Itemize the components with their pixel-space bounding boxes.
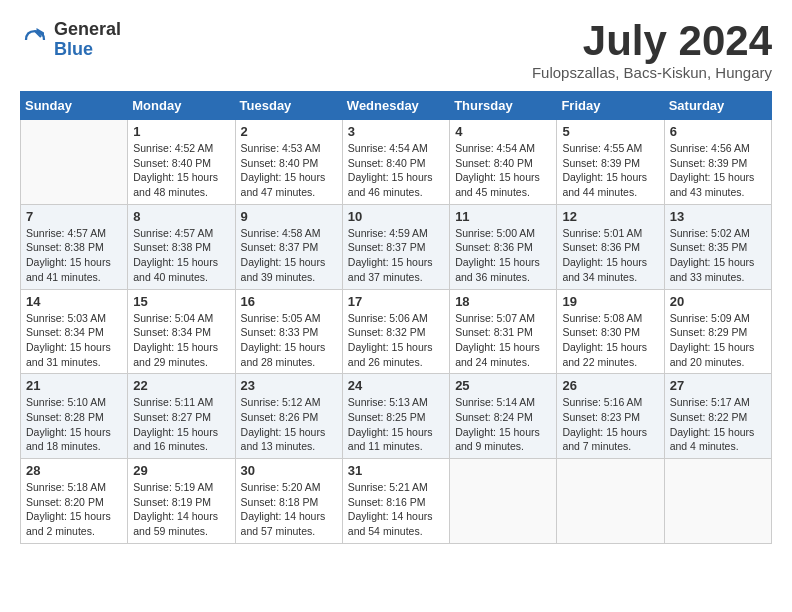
calendar-cell: 18Sunrise: 5:07 AMSunset: 8:31 PMDayligh…: [450, 289, 557, 374]
calendar-cell: 19Sunrise: 5:08 AMSunset: 8:30 PMDayligh…: [557, 289, 664, 374]
svg-rect-0: [20, 25, 50, 55]
day-number: 10: [348, 209, 444, 224]
day-info: Sunrise: 5:02 AMSunset: 8:35 PMDaylight:…: [670, 226, 766, 285]
weekday-header-monday: Monday: [128, 92, 235, 120]
day-info: Sunrise: 5:00 AMSunset: 8:36 PMDaylight:…: [455, 226, 551, 285]
calendar-cell: [21, 120, 128, 205]
calendar-week-row: 14Sunrise: 5:03 AMSunset: 8:34 PMDayligh…: [21, 289, 772, 374]
calendar-cell: 22Sunrise: 5:11 AMSunset: 8:27 PMDayligh…: [128, 374, 235, 459]
day-number: 4: [455, 124, 551, 139]
calendar-cell: 9Sunrise: 4:58 AMSunset: 8:37 PMDaylight…: [235, 204, 342, 289]
day-info: Sunrise: 5:03 AMSunset: 8:34 PMDaylight:…: [26, 311, 122, 370]
header: General Blue July 2024 Fulopszallas, Bac…: [20, 20, 772, 81]
day-number: 31: [348, 463, 444, 478]
calendar-cell: [450, 459, 557, 544]
day-info: Sunrise: 4:59 AMSunset: 8:37 PMDaylight:…: [348, 226, 444, 285]
calendar-cell: 7Sunrise: 4:57 AMSunset: 8:38 PMDaylight…: [21, 204, 128, 289]
calendar-cell: 28Sunrise: 5:18 AMSunset: 8:20 PMDayligh…: [21, 459, 128, 544]
calendar-cell: 16Sunrise: 5:05 AMSunset: 8:33 PMDayligh…: [235, 289, 342, 374]
title-area: July 2024 Fulopszallas, Bacs-Kiskun, Hun…: [532, 20, 772, 81]
day-info: Sunrise: 5:14 AMSunset: 8:24 PMDaylight:…: [455, 395, 551, 454]
weekday-header-wednesday: Wednesday: [342, 92, 449, 120]
day-number: 25: [455, 378, 551, 393]
calendar-cell: 21Sunrise: 5:10 AMSunset: 8:28 PMDayligh…: [21, 374, 128, 459]
location-subtitle: Fulopszallas, Bacs-Kiskun, Hungary: [532, 64, 772, 81]
day-info: Sunrise: 5:04 AMSunset: 8:34 PMDaylight:…: [133, 311, 229, 370]
calendar-cell: 23Sunrise: 5:12 AMSunset: 8:26 PMDayligh…: [235, 374, 342, 459]
day-info: Sunrise: 4:56 AMSunset: 8:39 PMDaylight:…: [670, 141, 766, 200]
weekday-header-sunday: Sunday: [21, 92, 128, 120]
day-info: Sunrise: 4:58 AMSunset: 8:37 PMDaylight:…: [241, 226, 337, 285]
calendar-cell: 26Sunrise: 5:16 AMSunset: 8:23 PMDayligh…: [557, 374, 664, 459]
calendar-cell: 5Sunrise: 4:55 AMSunset: 8:39 PMDaylight…: [557, 120, 664, 205]
day-info: Sunrise: 4:57 AMSunset: 8:38 PMDaylight:…: [133, 226, 229, 285]
day-number: 17: [348, 294, 444, 309]
day-info: Sunrise: 4:55 AMSunset: 8:39 PMDaylight:…: [562, 141, 658, 200]
logo-blue-text: Blue: [54, 40, 121, 60]
calendar-cell: 13Sunrise: 5:02 AMSunset: 8:35 PMDayligh…: [664, 204, 771, 289]
day-number: 22: [133, 378, 229, 393]
weekday-header-friday: Friday: [557, 92, 664, 120]
calendar-cell: 15Sunrise: 5:04 AMSunset: 8:34 PMDayligh…: [128, 289, 235, 374]
day-number: 13: [670, 209, 766, 224]
calendar-table: SundayMondayTuesdayWednesdayThursdayFrid…: [20, 91, 772, 544]
day-number: 27: [670, 378, 766, 393]
day-info: Sunrise: 5:13 AMSunset: 8:25 PMDaylight:…: [348, 395, 444, 454]
day-number: 5: [562, 124, 658, 139]
weekday-header-thursday: Thursday: [450, 92, 557, 120]
day-number: 12: [562, 209, 658, 224]
calendar-cell: 8Sunrise: 4:57 AMSunset: 8:38 PMDaylight…: [128, 204, 235, 289]
month-title: July 2024: [532, 20, 772, 62]
day-info: Sunrise: 5:01 AMSunset: 8:36 PMDaylight:…: [562, 226, 658, 285]
day-info: Sunrise: 5:19 AMSunset: 8:19 PMDaylight:…: [133, 480, 229, 539]
day-info: Sunrise: 5:20 AMSunset: 8:18 PMDaylight:…: [241, 480, 337, 539]
day-info: Sunrise: 5:16 AMSunset: 8:23 PMDaylight:…: [562, 395, 658, 454]
day-number: 2: [241, 124, 337, 139]
calendar-cell: 27Sunrise: 5:17 AMSunset: 8:22 PMDayligh…: [664, 374, 771, 459]
calendar-cell: 4Sunrise: 4:54 AMSunset: 8:40 PMDaylight…: [450, 120, 557, 205]
day-number: 15: [133, 294, 229, 309]
logo: General Blue: [20, 20, 121, 60]
day-number: 19: [562, 294, 658, 309]
calendar-cell: [664, 459, 771, 544]
day-number: 9: [241, 209, 337, 224]
day-number: 16: [241, 294, 337, 309]
day-number: 11: [455, 209, 551, 224]
day-info: Sunrise: 5:12 AMSunset: 8:26 PMDaylight:…: [241, 395, 337, 454]
day-info: Sunrise: 5:21 AMSunset: 8:16 PMDaylight:…: [348, 480, 444, 539]
day-info: Sunrise: 5:08 AMSunset: 8:30 PMDaylight:…: [562, 311, 658, 370]
calendar-cell: 3Sunrise: 4:54 AMSunset: 8:40 PMDaylight…: [342, 120, 449, 205]
calendar-cell: 25Sunrise: 5:14 AMSunset: 8:24 PMDayligh…: [450, 374, 557, 459]
weekday-header-tuesday: Tuesday: [235, 92, 342, 120]
calendar-cell: 31Sunrise: 5:21 AMSunset: 8:16 PMDayligh…: [342, 459, 449, 544]
day-number: 14: [26, 294, 122, 309]
day-info: Sunrise: 5:07 AMSunset: 8:31 PMDaylight:…: [455, 311, 551, 370]
calendar-week-row: 1Sunrise: 4:52 AMSunset: 8:40 PMDaylight…: [21, 120, 772, 205]
day-number: 29: [133, 463, 229, 478]
calendar-week-row: 7Sunrise: 4:57 AMSunset: 8:38 PMDaylight…: [21, 204, 772, 289]
calendar-cell: 10Sunrise: 4:59 AMSunset: 8:37 PMDayligh…: [342, 204, 449, 289]
calendar-cell: 24Sunrise: 5:13 AMSunset: 8:25 PMDayligh…: [342, 374, 449, 459]
calendar-cell: [557, 459, 664, 544]
calendar-week-row: 28Sunrise: 5:18 AMSunset: 8:20 PMDayligh…: [21, 459, 772, 544]
weekday-header-saturday: Saturday: [664, 92, 771, 120]
day-number: 30: [241, 463, 337, 478]
weekday-header-row: SundayMondayTuesdayWednesdayThursdayFrid…: [21, 92, 772, 120]
day-number: 3: [348, 124, 444, 139]
calendar-cell: 6Sunrise: 4:56 AMSunset: 8:39 PMDaylight…: [664, 120, 771, 205]
calendar-cell: 1Sunrise: 4:52 AMSunset: 8:40 PMDaylight…: [128, 120, 235, 205]
day-number: 8: [133, 209, 229, 224]
day-number: 1: [133, 124, 229, 139]
day-info: Sunrise: 5:18 AMSunset: 8:20 PMDaylight:…: [26, 480, 122, 539]
day-info: Sunrise: 4:57 AMSunset: 8:38 PMDaylight:…: [26, 226, 122, 285]
day-info: Sunrise: 4:53 AMSunset: 8:40 PMDaylight:…: [241, 141, 337, 200]
day-number: 7: [26, 209, 122, 224]
calendar-cell: 30Sunrise: 5:20 AMSunset: 8:18 PMDayligh…: [235, 459, 342, 544]
day-number: 23: [241, 378, 337, 393]
day-number: 6: [670, 124, 766, 139]
day-info: Sunrise: 5:05 AMSunset: 8:33 PMDaylight:…: [241, 311, 337, 370]
logo-general-text: General: [54, 20, 121, 40]
day-info: Sunrise: 5:17 AMSunset: 8:22 PMDaylight:…: [670, 395, 766, 454]
logo-icon: [20, 25, 50, 55]
day-number: 24: [348, 378, 444, 393]
